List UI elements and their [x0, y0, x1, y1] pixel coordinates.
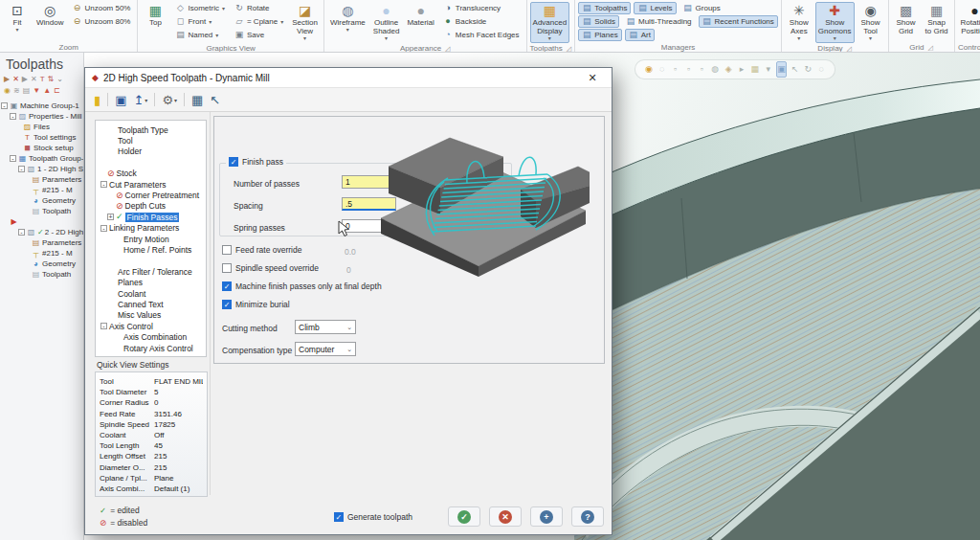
dialog-launcher-icon[interactable]: ◿	[567, 43, 571, 53]
parameter-tree-item[interactable]: Tool	[99, 135, 206, 146]
parameter-tree-item[interactable]: Entry Motion	[99, 234, 206, 244]
ok-button[interactable]: ✓	[448, 506, 480, 527]
unzoom-50-button[interactable]: ⊖ Unzoom 50%	[68, 2, 134, 14]
operations-tree-item[interactable]: ▤ Toolpath	[0, 206, 83, 216]
parameter-tree-item[interactable]: Misc Values	[99, 310, 206, 321]
floating-toolbar-icon[interactable]: ▦	[749, 62, 761, 77]
floating-toolbar-icon[interactable]: ↖	[789, 62, 800, 77]
outline-shaded-button[interactable]: ● Outline Shaded ▾	[370, 2, 403, 43]
tree-expander-icon[interactable]: -	[18, 166, 25, 172]
minimize-burial-checkbox[interactable]: ✓	[222, 300, 232, 309]
floating-toolbar-icon[interactable]: ▫	[683, 62, 695, 77]
toolpaths-toolbar-icon[interactable]: ▤	[23, 86, 31, 96]
toolpaths-toolbar-icon[interactable]: T	[40, 75, 45, 84]
dialog-launcher-icon[interactable]: ◿	[927, 42, 932, 53]
operations-tree-item[interactable]: ▤ Toolpath	[0, 269, 83, 280]
parameter-tree-item[interactable]: - Axis Control	[99, 321, 206, 331]
backside-button[interactable]: ● Backside	[439, 15, 523, 28]
mesh-facet-edges-button[interactable]: ◔ Mesh Facet Edges	[439, 29, 523, 41]
parameter-tree-item[interactable]: ⊘ Corner Pretreatment	[99, 190, 206, 200]
toolpaths-toolbar-icon[interactable]: ▶	[22, 75, 28, 84]
rotation-position-button[interactable]: ● Rotation Position	[958, 2, 980, 37]
tree-expander-icon[interactable]: -	[100, 181, 107, 188]
tree-expander-icon[interactable]: -	[18, 229, 25, 236]
floating-toolbar-icon[interactable]: ◈	[723, 62, 734, 77]
unzoom-80-button[interactable]: ⊖ Unzoom 80%	[68, 15, 134, 28]
tree-expander-icon[interactable]: -	[10, 155, 16, 162]
operations-tree-item[interactable]: ▤ Parameters	[0, 174, 83, 185]
parameter-tree-item[interactable]: ⊘ Stock	[99, 169, 206, 179]
floating-toolbar-icon[interactable]: ↻	[802, 62, 813, 77]
show-grid-button[interactable]: ▩ Show Grid	[892, 2, 921, 37]
planes-manager-button[interactable]: ▤ Planes	[578, 29, 621, 41]
toolpaths-toolbar-icon[interactable]: ▲	[43, 86, 51, 96]
operations-tree-item[interactable]: ┬ #215 - M	[0, 185, 83, 195]
show-gnomons-button[interactable]: ✚ Show Gnomons ▾	[815, 2, 855, 43]
floating-toolbar-icon[interactable]: ▫	[670, 62, 681, 77]
toolpaths-toolbar-icon[interactable]: ⌄	[56, 75, 63, 84]
operations-tree-item[interactable]: ◼ Stock setup	[0, 143, 83, 153]
tree-expander-icon[interactable]: -	[100, 225, 107, 232]
toolpaths-toolbar-icon[interactable]: ✕	[31, 75, 37, 84]
levels-manager-button[interactable]: ▤ Levels	[634, 2, 676, 14]
material-button[interactable]: ● Material	[404, 2, 436, 29]
cplane-view-button[interactable]: ▱ = Cplane ▾	[231, 15, 287, 28]
parameter-tree-item[interactable]: - Cut Parameters	[99, 179, 206, 190]
wireframe-button[interactable]: ◍ Wireframe ▾	[327, 2, 368, 34]
floating-view-toolbar[interactable]: ◉◌▫▫▫◍◈▸▦▾▣↖↻◌	[635, 59, 835, 79]
save-parameters-button[interactable]: ▣	[115, 93, 126, 107]
groups-manager-button[interactable]: ▤ Groups	[679, 2, 724, 14]
operations-tree-item[interactable]: ▤ Parameters	[0, 237, 83, 248]
recent-functions-button[interactable]: ▤ Recent Functions	[699, 15, 778, 28]
operations-tree-item[interactable]: - ▧ ✓ 2 - 2D High Sp	[0, 227, 83, 237]
tool-display-button[interactable]: ▮	[94, 93, 100, 107]
operations-tree-item[interactable]: ◕ Geometry	[0, 195, 83, 206]
operations-tree-item[interactable]: - ▧ 1 - 2D High Sp	[0, 164, 83, 174]
help-button[interactable]: ?	[571, 506, 604, 527]
close-icon[interactable]: ✕	[580, 72, 605, 84]
top-view-button[interactable]: ▦ Top	[141, 2, 169, 29]
art-manager-button[interactable]: ▤ Art	[625, 29, 655, 41]
operations-tree-item[interactable]: ◕ Geometry	[0, 259, 83, 269]
toolpaths-toolbar-icon[interactable]: ✕	[12, 75, 19, 84]
settings-button[interactable]: ⚙ ▾	[162, 93, 177, 107]
parameter-tree-item[interactable]: Planes	[99, 277, 206, 287]
floating-toolbar-icon[interactable]: ▫	[696, 62, 707, 77]
parameter-tree-item[interactable]: Rotary Axis Control	[99, 343, 206, 353]
tree-expander-icon[interactable]: -	[1, 102, 8, 109]
select-entities-button[interactable]: ↖	[210, 93, 220, 107]
rotate-view-button[interactable]: ↻ Rotate	[231, 2, 287, 14]
isometric-view-button[interactable]: ◇ Isometric ▾	[171, 2, 228, 14]
dialog-titlebar[interactable]: ◆ 2D High Speed Toolpath - Dynamic Mill …	[85, 68, 612, 88]
toolpaths-toolbar-icon[interactable]: ▼	[33, 86, 40, 96]
save-view-button[interactable]: ▣ Save	[231, 29, 287, 41]
floating-toolbar-icon[interactable]: ◌	[657, 62, 668, 77]
parameter-tree-item[interactable]: Canned Text	[99, 299, 206, 309]
floating-toolbar-icon[interactable]: ◌	[815, 62, 827, 77]
operations-tree-item[interactable]: - ▣ Machine Group-1	[0, 101, 83, 111]
front-view-button[interactable]: ◻ Front ▾	[171, 15, 228, 28]
parameter-tree-item[interactable]: Coolant	[99, 288, 206, 299]
parameter-tree-item[interactable]: Arc Filter / Tolerance	[99, 266, 206, 277]
parameter-tree-item[interactable]: Home / Ref. Points	[99, 244, 206, 255]
floating-toolbar-icon[interactable]: ▸	[736, 62, 747, 77]
export-parameters-button[interactable]: ↥ ▾	[133, 93, 147, 107]
machine-finish-final-depth-checkbox[interactable]: ✓	[222, 281, 232, 291]
show-tool-button[interactable]: ◉ Show Tool ▾	[857, 2, 885, 43]
operations-tree-item[interactable]: - ▦ Toolpath Group-1	[0, 153, 83, 164]
spindle-speed-override-checkbox[interactable]	[222, 263, 232, 273]
parameter-tree-item[interactable]: Toolpath Type	[99, 124, 206, 135]
section-view-button[interactable]: ◪ Section View ▾	[289, 2, 321, 43]
toolpaths-toolbar-icon[interactable]: ⊏	[54, 86, 60, 96]
feeds-speeds-button[interactable]: ▦	[191, 93, 203, 107]
feed-rate-override-checkbox[interactable]	[222, 245, 232, 255]
toolpaths-toolbar-icon[interactable]: ⇅	[48, 75, 55, 84]
parameter-tree-item[interactable]: - Linking Parameters	[99, 223, 206, 234]
dialog-launcher-icon[interactable]: ◿	[445, 43, 450, 53]
operations-tree-item[interactable]: - ▨ Properties - Mill D	[0, 111, 83, 122]
fit-button[interactable]: ⊡ Fit ▾	[3, 2, 32, 34]
operations-tree-item[interactable]: ▨ Files	[0, 122, 83, 132]
operations-tree-item[interactable]: T Tool settings	[0, 132, 83, 143]
toolpaths-manager-button[interactable]: ▤ Toolpaths	[578, 2, 631, 14]
window-zoom-button[interactable]: ◎ Window	[33, 2, 66, 29]
